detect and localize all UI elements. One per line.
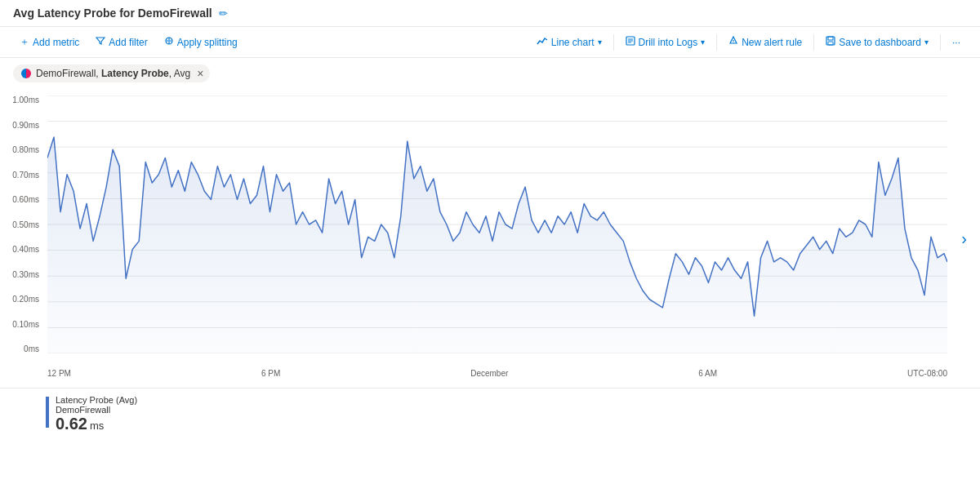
legend-resource: DemoFirewall <box>56 405 137 415</box>
y-label-7: 0.40ms <box>7 245 44 254</box>
x-label-6am: 6 AM <box>698 369 717 378</box>
apply-splitting-button[interactable]: Apply splitting <box>158 33 244 51</box>
add-metric-button[interactable]: ＋ Add metric <box>13 32 86 52</box>
add-filter-label: Add filter <box>109 37 147 48</box>
add-filter-button[interactable]: Add filter <box>89 33 154 51</box>
y-label-4: 0.70ms <box>7 171 44 180</box>
y-label-6: 0.50ms <box>7 220 44 229</box>
line-chart-icon <box>537 36 548 48</box>
metric-tag-text: DemoFirewall, Latency Probe, Avg <box>36 68 190 79</box>
y-label-5: 0.60ms <box>7 195 44 204</box>
metric-tag: DemoFirewall, Latency Probe, Avg × <box>13 64 210 82</box>
line-chart-button[interactable]: Line chart ▾ <box>530 33 608 51</box>
legend-value: 0.62 <box>56 415 87 433</box>
chart-nav-right[interactable]: › <box>961 229 967 248</box>
legend-text: Latency Probe (Avg) DemoFirewall 0.62 ms <box>56 395 137 433</box>
chart-area-fill <box>47 137 947 353</box>
new-alert-button[interactable]: New alert rule <box>722 33 808 51</box>
drill-logs-button[interactable]: Drill into Logs ▾ <box>619 33 712 51</box>
line-chart-chevron: ▾ <box>598 38 602 47</box>
x-label-6pm: 6 PM <box>261 369 280 378</box>
y-label-10: 0.10ms <box>7 320 44 329</box>
apply-splitting-label: Apply splitting <box>177 37 238 48</box>
metric-tag-normal: DemoFirewall, <box>36 68 101 79</box>
y-label-11: 0ms <box>7 344 44 353</box>
toolbar: ＋ Add metric Add filter Apply splitting … <box>0 27 980 58</box>
line-chart-label: Line chart <box>551 37 595 48</box>
chart-plot <box>47 95 947 353</box>
toolbar-divider-4 <box>940 34 941 51</box>
x-label-12pm: 12 PM <box>47 369 71 378</box>
metric-tag-close-button[interactable]: × <box>197 68 203 79</box>
chart-with-axes: 1.00ms 0.90ms 0.80ms 0.70ms 0.60ms 0.50m… <box>7 89 967 388</box>
metric-tag-dot <box>21 69 31 78</box>
save-dashboard-label: Save to dashboard <box>839 37 921 48</box>
y-label-1: 1.00ms <box>7 95 44 104</box>
y-label-3: 0.80ms <box>7 145 44 154</box>
x-label-december: December <box>470 369 508 378</box>
filter-icon <box>96 36 105 48</box>
save-dashboard-chevron: ▾ <box>924 38 929 47</box>
more-icon: ··· <box>952 37 960 48</box>
save-icon <box>826 36 835 48</box>
drill-logs-chevron: ▾ <box>701 38 705 47</box>
svg-point-7 <box>733 42 734 43</box>
drill-logs-icon <box>626 36 635 48</box>
legend-value-row: 0.62 ms <box>56 415 137 433</box>
x-label-utc: UTC-08:00 <box>907 369 947 378</box>
chart-area: 1.00ms 0.90ms 0.80ms 0.70ms 0.60ms 0.50m… <box>0 89 980 440</box>
page-title: Avg Latency Probe for DemoFirewall <box>13 7 212 20</box>
metric-tag-bold: Latency Probe <box>101 68 169 79</box>
add-metric-label: Add metric <box>33 37 79 48</box>
toolbar-right: Line chart ▾ Drill into Logs ▾ New alert… <box>530 33 967 51</box>
plus-icon: ＋ <box>20 35 29 49</box>
y-label-8: 0.30ms <box>7 270 44 279</box>
more-options-button[interactable]: ··· <box>946 33 967 51</box>
legend-unit: ms <box>90 420 104 432</box>
legend-series-name: Latency Probe (Avg) <box>56 395 137 405</box>
x-axis: 12 PM 6 PM December 6 AM UTC-08:00 <box>47 369 947 378</box>
toolbar-left: ＋ Add metric Add filter Apply splitting <box>13 32 244 52</box>
chart-svg <box>47 95 947 353</box>
drill-logs-label: Drill into Logs <box>639 37 698 48</box>
y-label-9: 0.20ms <box>7 295 44 304</box>
toolbar-divider-3 <box>813 34 814 51</box>
legend-color-bar <box>46 397 49 428</box>
metric-tag-suffix: , Avg <box>169 68 190 79</box>
toolbar-divider-2 <box>716 34 717 51</box>
toolbar-divider-1 <box>613 34 614 51</box>
title-bar: Avg Latency Probe for DemoFirewall ✏ <box>0 0 980 27</box>
y-axis: 1.00ms 0.90ms 0.80ms 0.70ms 0.60ms 0.50m… <box>7 95 44 353</box>
edit-icon[interactable]: ✏ <box>219 7 228 20</box>
alert-icon <box>728 36 738 48</box>
y-label-2: 0.90ms <box>7 121 44 130</box>
legend: Latency Probe (Avg) DemoFirewall 0.62 ms <box>0 388 980 440</box>
new-alert-label: New alert rule <box>742 37 802 48</box>
split-icon <box>164 36 174 48</box>
save-dashboard-button[interactable]: Save to dashboard ▾ <box>819 33 935 51</box>
